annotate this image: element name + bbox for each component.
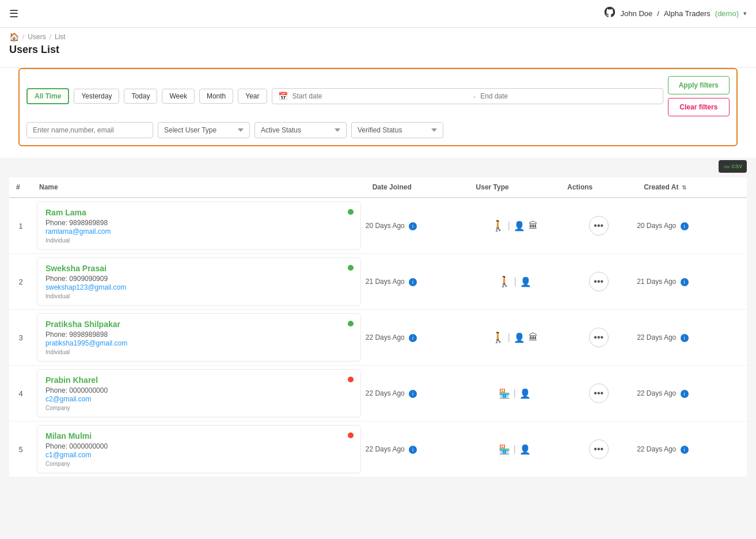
time-btn-year[interactable]: Year [238,89,267,104]
group-icon: 👤 [519,444,531,455]
time-btn-week[interactable]: Week [162,89,194,104]
user-type-icons-cell: 🚶 | 👤 🏛 [469,310,561,366]
date-range-input[interactable]: 📅 - [272,88,663,104]
csv-export-button[interactable]: CSV CSV [719,160,747,173]
date-info-icon[interactable]: i [409,390,417,398]
user-card: Pratiksha Shilpakar Phone: 9898989898 pr… [37,313,361,362]
created-info-icon[interactable]: i [681,222,689,230]
breadcrumb-users[interactable]: Users [28,33,45,41]
time-btn-yesterday[interactable]: Yesterday [74,89,119,104]
user-name[interactable]: Milan Mulmi [45,431,352,441]
building-icon: 🏛 [529,221,538,231]
actions-menu-button[interactable]: ••• [589,328,609,347]
sort-icon[interactable]: ⇅ [682,184,686,191]
actions-menu-button[interactable]: ••• [589,216,609,236]
home-icon[interactable]: 🏠 [9,32,19,41]
user-type-icons-cell: 🚶 | 👤 [469,254,561,310]
user-menu-chevron-icon[interactable]: ▾ [743,10,747,17]
page-title: Users List [9,44,747,63]
time-btn-alltime[interactable]: All Time [26,88,69,104]
date-info-icon[interactable]: i [409,334,417,342]
calendar-icon: 📅 [278,92,288,101]
filter-action-buttons: Apply filters Clear filters [668,76,730,116]
user-phone: Phone: 9898989898 [45,219,352,227]
user-phone: Phone: 0000000000 [45,386,352,394]
table-row: 3 Pratiksha Shilpakar Phone: 9898989898 … [9,310,747,366]
user-type-tag: Company [45,405,352,411]
user-card-cell: Milan Mulmi Phone: 0000000000 c1@gmail.c… [32,422,366,477]
user-card-cell: Pratiksha Shilpakar Phone: 9898989898 pr… [32,310,366,366]
created-info-icon[interactable]: i [681,334,689,342]
user-email[interactable]: pratiksha1995@gmail.com [45,339,127,347]
col-name: Name [32,177,366,198]
apply-filters-button[interactable]: Apply filters [668,76,730,94]
date-info-icon[interactable]: i [409,278,417,286]
col-date-joined: Date Joined [366,177,469,198]
user-type-icons-cell: 🏪 | 👤 [469,366,561,422]
created-info-icon[interactable]: i [681,446,689,454]
user-name[interactable]: Prabin Kharel [45,375,352,385]
store-icon: 🏪 [499,388,510,399]
user-email[interactable]: c2@gmail.com [45,395,92,403]
created-at-cell: 20 Days Ago i [637,198,747,254]
table-row: 1 Ram Lama Phone: 9898989898 ramlama@gma… [9,198,747,254]
breadcrumb-sep2: / [50,33,51,41]
icon-separator: | [514,388,516,398]
user-card-cell: Ram Lama Phone: 9898989898 ramlama@gmail… [32,198,366,254]
user-email[interactable]: swekshap123@gmail.com [45,283,126,291]
user-type-icons: 🚶 | 👤 🏛 [469,331,561,344]
user-email[interactable]: c1@gmail.com [45,451,92,459]
user-card-cell: Prabin Kharel Phone: 0000000000 c2@gmail… [32,366,366,422]
icon-separator: | [514,276,516,287]
created-info-icon[interactable]: i [681,390,689,398]
table-row: 2 Sweksha Prasai Phone: 0909090909 sweks… [9,254,747,310]
created-info-icon[interactable]: i [681,278,689,286]
top-navigation: ☰ John Doe / Alpha Traders (demo) ▾ [0,0,756,28]
actions-menu-button[interactable]: ••• [589,272,609,291]
start-date-input[interactable] [292,92,469,100]
status-dot [348,432,354,438]
topnav-left: ☰ [9,7,18,20]
date-info-icon[interactable]: i [409,446,417,454]
person-icon: 🚶 [492,331,504,344]
search-input[interactable] [26,122,153,138]
end-date-input[interactable] [480,92,656,100]
time-btn-month[interactable]: Month [199,89,233,104]
user-phone: Phone: 0909090909 [45,275,352,283]
user-name[interactable]: Pratiksha Shilpakar [45,320,352,329]
date-info-icon[interactable]: i [409,222,417,230]
user-card: Ram Lama Phone: 9898989898 ramlama@gmail… [37,202,361,250]
user-name[interactable]: Ram Lama [45,208,352,217]
user-type-dropdown[interactable]: Select User Type Individual Company [158,122,250,138]
actions-menu-button[interactable]: ••• [589,384,609,403]
actions-menu-button[interactable]: ••• [589,439,609,459]
time-btn-today[interactable]: Today [124,89,157,104]
user-type-tag: Individual [45,349,352,355]
row-number: 5 [9,422,32,477]
user-phone: Phone: 0000000000 [45,442,352,450]
icon-separator: | [514,444,516,454]
actions-cell: ••• [560,366,637,422]
user-type-icons: 🚶 | 👤 🏛 [469,219,561,232]
building-icon: 🏛 [529,332,538,343]
clear-filters-button[interactable]: Clear filters [668,98,730,116]
col-user-type: User Type [469,177,561,198]
user-card: Prabin Kharel Phone: 0000000000 c2@gmail… [37,369,361,417]
verified-status-dropdown[interactable]: Verified Status Verified Unverified [351,122,443,138]
user-name[interactable]: Sweksha Prasai [45,264,352,273]
user-type-icons-cell: 🚶 | 👤 🏛 [469,198,561,254]
user-card-cell: Sweksha Prasai Phone: 0909090909 sweksha… [32,254,366,310]
store-icon: 🏪 [499,444,510,455]
status-dot [348,377,354,382]
filter-row-search: Select User Type Individual Company Acti… [26,122,730,138]
group-icon: 👤 [519,388,531,399]
user-card: Sweksha Prasai Phone: 0909090909 sweksha… [37,257,361,306]
user-email[interactable]: ramlama@gmail.com [45,227,111,236]
active-status-dropdown[interactable]: Active Status Active Inactive [254,122,347,138]
user-card: Milan Mulmi Phone: 0000000000 c1@gmail.c… [37,425,361,473]
created-at-cell: 22 Days Ago i [637,422,747,477]
hamburger-icon[interactable]: ☰ [9,7,18,20]
date-range-separator: - [473,92,476,101]
topnav-right: John Doe / Alpha Traders (demo) ▾ [603,6,747,21]
person-icon: 🚶 [492,219,504,232]
